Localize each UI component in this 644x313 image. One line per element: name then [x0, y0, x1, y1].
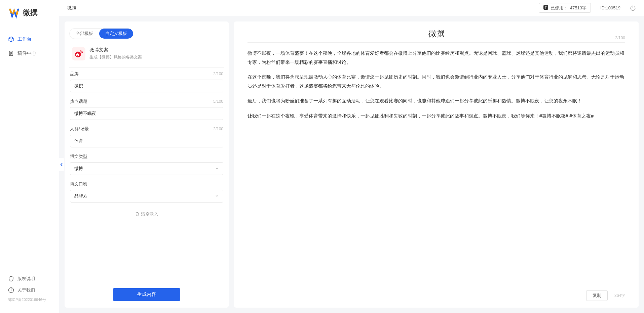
shield-icon — [8, 276, 14, 282]
type-value: 微博 — [74, 166, 83, 172]
user-id: ID:100519 — [600, 5, 620, 10]
generate-button[interactable]: 生成内容 — [113, 288, 180, 301]
logo-icon — [8, 7, 20, 19]
icp-text: 鄂ICP备2022016946号 — [0, 296, 59, 304]
clear-button[interactable]: 清空录入 — [70, 209, 223, 220]
svg-point-11 — [77, 55, 78, 56]
topic-label: 热点话题 — [70, 98, 87, 104]
type-label: 博文类型 — [70, 153, 87, 160]
output-paragraph: 让我们一起在这个夜晚，享受体育带来的激情和快乐，一起见证胜利和失败的时刻，一起分… — [248, 111, 625, 121]
trash-icon — [135, 212, 140, 217]
nav-item-copyright[interactable]: 版权说明 — [0, 273, 59, 284]
badge-t-icon: T — [543, 5, 548, 11]
chevron-down-icon — [215, 194, 219, 199]
header-title: 微撰 — [67, 5, 77, 11]
copy-button[interactable]: 复制 — [586, 290, 608, 301]
clear-label: 清空录入 — [141, 211, 158, 217]
cube-icon — [8, 36, 14, 42]
doc-icon — [8, 50, 14, 56]
output-title: 微撰 — [248, 28, 625, 39]
weibo-icon — [72, 47, 85, 60]
template-title: 微博文案 — [89, 47, 142, 53]
sidebar: 微撰 工作台 稿件中心 版权说明 — [0, 0, 59, 313]
usage-badge[interactable]: T 已使用： 47513字 — [539, 3, 591, 13]
brand-input[interactable] — [70, 80, 223, 92]
svg-point-6 — [11, 289, 11, 289]
main-nav: 工作台 稿件中心 — [0, 32, 59, 273]
audience-label: 人群/场景 — [70, 126, 89, 132]
output-paragraph: 最后，我们也将为粉丝们准备了一系列有趣的互动活动，让您在观看比赛的同时，也能和其… — [248, 96, 625, 105]
nav-label: 版权说明 — [17, 276, 35, 282]
tab-custom-templates[interactable]: 自定义模板 — [99, 29, 133, 39]
brand-label: 品牌 — [70, 71, 79, 77]
type-select[interactable]: 微博 — [70, 162, 223, 175]
topic-input[interactable] — [70, 107, 223, 120]
output-paragraph: 微博不眠夜，一场体育盛宴！在这个夜晚，全球各地的体育爱好者都会在微博上分享他们的… — [248, 49, 625, 66]
tone-select[interactable]: 品牌方 — [70, 190, 223, 203]
nav-item-workspace[interactable]: 工作台 — [0, 32, 59, 46]
brand-counter: 2/100 — [213, 72, 223, 76]
info-icon — [8, 287, 14, 293]
nav-label: 稿件中心 — [17, 50, 36, 56]
output-body: 微博不眠夜，一场体育盛宴！在这个夜晚，全球各地的体育爱好者都会在微博上分享他们的… — [248, 49, 625, 127]
topic-counter: 5/100 — [213, 99, 223, 104]
nav-item-about[interactable]: 关于我们 — [0, 284, 59, 296]
usage-value: 47513字 — [570, 5, 586, 11]
tone-label: 博文口吻 — [70, 181, 87, 187]
output-panel: 微撰 2/100 微博不眠夜，一场体育盛宴！在这个夜晚，全球各地的体育爱好者都会… — [234, 21, 639, 308]
template-desc: 生成【微博】风格的各类文案 — [89, 54, 142, 60]
audience-input[interactable] — [70, 135, 223, 147]
char-count: 364字 — [614, 293, 625, 299]
chevron-down-icon — [215, 166, 219, 171]
svg-text:T: T — [545, 6, 547, 9]
output-counter: 2/100 — [615, 36, 625, 40]
header: 微撰 T 已使用： 47513字 ID:100519 — [59, 0, 644, 16]
footer-nav: 版权说明 关于我们 鄂ICP备2022016946号 — [0, 273, 59, 306]
logo-text: 微撰 — [23, 8, 38, 18]
template-tabs: 全部模板 自定义模板 — [69, 28, 134, 39]
template-card: 微博文案 生成【微博】风格的各类文案 — [69, 45, 224, 68]
output-paragraph: 在这个夜晚，我们将为您呈现最激动人心的体育比赛，邀请您一起见证历史的时刻。同时，… — [248, 73, 625, 90]
nav-label: 工作台 — [17, 36, 32, 42]
tone-value: 品牌方 — [74, 193, 87, 199]
usage-label: 已使用： — [551, 5, 568, 11]
power-icon[interactable] — [630, 5, 636, 11]
nav-label: 关于我们 — [17, 287, 35, 293]
collapse-handle[interactable] — [59, 158, 64, 171]
tab-all-templates[interactable]: 全部模板 — [70, 29, 99, 39]
nav-item-drafts[interactable]: 稿件中心 — [0, 46, 59, 60]
logo[interactable]: 微撰 — [0, 7, 59, 32]
form-panel: 全部模板 自定义模板 微博文案 生成【微博】风格的各类文案 品牌 — [65, 21, 229, 308]
audience-counter: 2/100 — [213, 127, 223, 131]
